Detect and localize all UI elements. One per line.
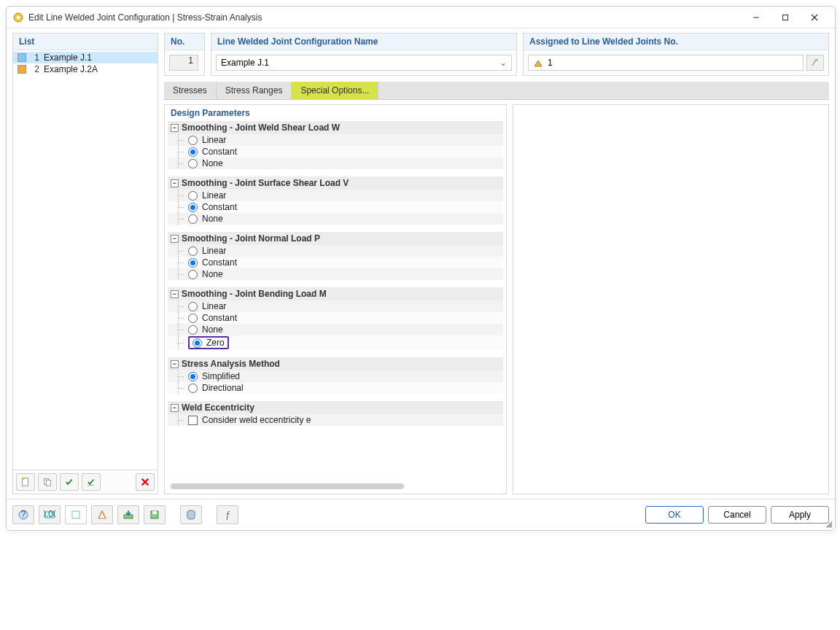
window-title: Edit Line Welded Joint Configuration | S…	[28, 12, 742, 23]
radio[interactable]	[188, 159, 198, 168]
option-row[interactable]: Linear	[168, 300, 503, 312]
save-button[interactable]	[144, 505, 166, 524]
dialog-body: List 1 Example J.1 2 Example J.2A No. 1	[7, 28, 835, 499]
structure-button[interactable]	[91, 505, 113, 524]
help-button[interactable]: ?	[12, 505, 34, 524]
check-all-button[interactable]	[60, 473, 79, 491]
tab-stress-ranges[interactable]: Stress Ranges	[217, 82, 292, 99]
checkbox[interactable]	[188, 416, 198, 425]
collapse-icon[interactable]: −	[171, 179, 179, 187]
option-row[interactable]: Constant	[168, 146, 503, 158]
radio[interactable]	[188, 203, 198, 212]
radio[interactable]	[188, 214, 198, 224]
radio[interactable]	[188, 302, 198, 311]
joint-icon	[533, 58, 543, 68]
radio[interactable]	[188, 147, 198, 157]
option-row[interactable]: None	[168, 324, 503, 335]
pick-in-view-button[interactable]	[806, 55, 824, 71]
collapse-icon[interactable]: −	[171, 404, 179, 412]
radio[interactable]	[188, 325, 198, 335]
collapse-icon[interactable]: −	[171, 124, 179, 132]
group-header[interactable]: −Smoothing - Joint Weld Shear Load W	[168, 121, 503, 134]
parameters-tree: −Smoothing - Joint Weld Shear Load WLine…	[165, 121, 506, 482]
option-row[interactable]: Linear	[168, 134, 503, 146]
titlebar: Edit Line Welded Joint Configuration | S…	[7, 7, 835, 28]
svg-rect-21	[152, 511, 157, 514]
group-header[interactable]: −Smoothing - Joint Normal Load P	[168, 232, 503, 245]
collapse-icon[interactable]: −	[171, 290, 179, 298]
list-item[interactable]: 1 Example J.1	[13, 52, 158, 63]
header-fields-row: No. 1 Line Welded Joint Configuration Na…	[164, 33, 829, 76]
function-button[interactable]: ƒ	[217, 505, 238, 524]
footer: ? 0.00 ƒ OK Cancel Apply ◢	[7, 499, 835, 530]
option-row[interactable]: Linear	[168, 190, 503, 201]
uncheck-all-button[interactable]	[82, 473, 101, 491]
list-item[interactable]: 2 Example J.2A	[13, 63, 158, 75]
group-title: Weld Eccentricity	[182, 402, 254, 413]
copy-button[interactable]	[38, 473, 57, 491]
svg-point-1	[17, 15, 20, 19]
option-label: Constant	[202, 147, 237, 157]
svg-text:?: ?	[21, 509, 26, 519]
group-title: Stress Analysis Method	[182, 359, 280, 369]
config-list: 1 Example J.1 2 Example J.2A	[13, 50, 158, 470]
option-row[interactable]: None	[168, 268, 503, 280]
units-button[interactable]: 0.00	[39, 505, 61, 524]
radio[interactable]	[188, 314, 198, 323]
name-value: Example J.1	[221, 58, 269, 68]
collapse-icon[interactable]: −	[171, 360, 179, 368]
assigned-label: Assigned to Line Welded Joints No.	[524, 34, 828, 50]
option-row[interactable]: Consider weld eccentricity e	[168, 414, 503, 426]
radio[interactable]	[188, 258, 198, 268]
app-icon	[12, 12, 24, 23]
group-header[interactable]: −Smoothing - Joint Bending Load M	[168, 287, 503, 300]
option-row[interactable]: Zero	[168, 335, 503, 350]
tab-stresses[interactable]: Stresses	[164, 82, 217, 99]
option-label: Linear	[202, 135, 226, 145]
import-button[interactable]	[117, 505, 139, 524]
radio[interactable]	[188, 246, 198, 256]
maximize-button[interactable]	[771, 9, 800, 26]
resize-grip-icon[interactable]: ◢	[825, 518, 832, 529]
name-label: Line Welded Joint Configuration Name	[211, 34, 516, 50]
option-row[interactable]: None	[168, 158, 503, 169]
option-row[interactable]: Constant	[168, 257, 503, 268]
ok-button[interactable]: OK	[645, 506, 704, 524]
view-button[interactable]	[65, 505, 87, 524]
param-group: −Smoothing - Joint Normal Load PLinearCo…	[168, 232, 503, 280]
radio[interactable]	[188, 270, 198, 279]
group-header[interactable]: −Smoothing - Joint Surface Shear Load V	[168, 176, 503, 190]
group-title: Smoothing - Joint Bending Load M	[182, 289, 327, 299]
option-row[interactable]: Constant	[168, 312, 503, 324]
tab-special-options-[interactable]: Special Options...	[292, 82, 378, 99]
no-box: No. 1	[164, 33, 205, 76]
param-group: −Smoothing - Joint Bending Load MLinearC…	[168, 287, 503, 350]
database-button[interactable]	[180, 505, 202, 524]
apply-button[interactable]: Apply	[771, 506, 829, 524]
new-button[interactable]	[16, 473, 35, 491]
radio[interactable]	[188, 136, 198, 145]
assigned-field[interactable]: 1	[528, 55, 804, 71]
close-button[interactable]	[800, 9, 829, 26]
radio[interactable]	[188, 384, 198, 393]
name-dropdown[interactable]: Example J.1 ⌄	[216, 55, 512, 71]
cancel-button[interactable]: Cancel	[708, 506, 766, 524]
radio[interactable]	[188, 191, 198, 201]
option-row[interactable]: None	[168, 213, 503, 225]
minimize-button[interactable]	[742, 9, 771, 26]
group-header[interactable]: −Stress Analysis Method	[168, 357, 503, 370]
radio[interactable]	[192, 338, 202, 348]
collapse-icon[interactable]: −	[171, 235, 179, 243]
delete-button[interactable]	[136, 473, 155, 491]
svg-rect-8	[46, 480, 50, 486]
option-row[interactable]: Simplified	[168, 370, 503, 382]
group-header[interactable]: −Weld Eccentricity	[168, 401, 503, 414]
horizontal-scrollbar[interactable]	[171, 483, 404, 489]
option-label: None	[202, 269, 223, 279]
radio[interactable]	[188, 372, 198, 381]
option-row[interactable]: Constant	[168, 201, 503, 213]
option-row[interactable]: Directional	[168, 382, 503, 394]
svg-text:0.00: 0.00	[44, 509, 55, 519]
option-row[interactable]: Linear	[168, 245, 503, 257]
no-field[interactable]: 1	[169, 55, 198, 71]
